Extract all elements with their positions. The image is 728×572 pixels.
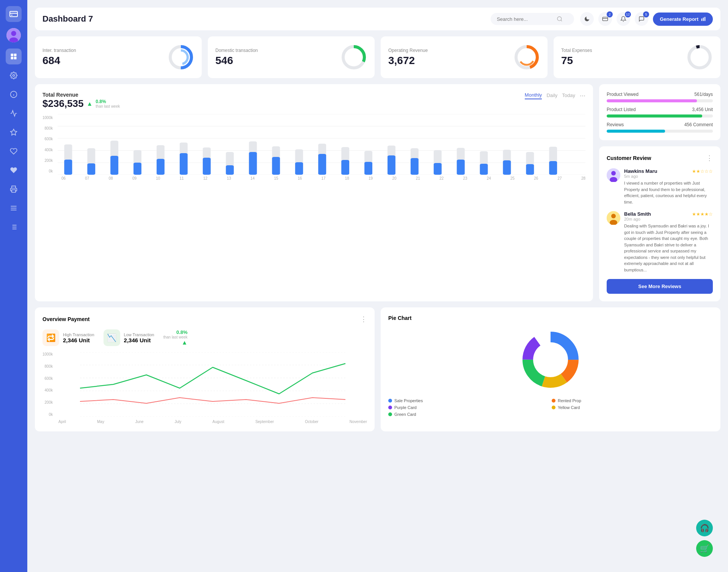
sidebar-item-star[interactable] xyxy=(6,124,22,140)
line-chart-area: AprilMayJuneJulyAugustSeptemberOctoberNo… xyxy=(58,352,367,424)
stat-card-inter-transaction: Inter. transaction 684 xyxy=(35,36,202,78)
reviews-more-options[interactable]: ⋮ xyxy=(706,154,713,162)
bar-chart-container: 1000k800k600k400k200k0k xyxy=(42,114,585,180)
sidebar-item-menu[interactable] xyxy=(6,200,22,216)
bar-chart-icon xyxy=(701,16,706,22)
overview-more-options[interactable]: ⋮ xyxy=(360,315,367,323)
see-more-reviews-button[interactable]: See More Reviews xyxy=(607,279,713,294)
svg-rect-58 xyxy=(180,153,188,175)
donut-expenses xyxy=(686,44,713,71)
low-transaction-icon: 📉 xyxy=(104,329,120,346)
low-transaction-label: Low Transaction xyxy=(124,332,154,337)
review-text-0: I viewed a number of properties with Jus… xyxy=(624,180,713,205)
metric-reviews: Reviews 456 Comment xyxy=(607,122,713,133)
review-text-1: Dealing with Syamsudin and Bakri was a j… xyxy=(624,223,713,273)
tab-daily[interactable]: Daily xyxy=(546,92,557,99)
sidebar-item-heart[interactable] xyxy=(6,143,22,159)
svg-rect-88 xyxy=(526,164,534,175)
sidebar-item-heart2[interactable] xyxy=(6,162,22,178)
svg-point-92 xyxy=(611,171,616,176)
svg-rect-9 xyxy=(14,57,17,60)
review-name-1: Bella Smith xyxy=(624,211,651,217)
stat-label-revenue: Operating Revenue xyxy=(388,48,428,53)
svg-marker-14 xyxy=(11,129,17,135)
low-transaction-pct: 0.8% than last week ▲ xyxy=(163,329,188,346)
moon-icon xyxy=(584,16,590,22)
low-transaction: 📉 Low Transaction 2,346 Unit xyxy=(104,329,154,346)
sidebar-item-print[interactable] xyxy=(6,181,22,197)
metric-label-product-viewed: Product Viewed xyxy=(607,92,639,97)
cart-button[interactable]: 🛒 xyxy=(696,540,713,557)
bar-chart-y-axis: 1000k800k600k400k200k0k xyxy=(42,114,53,175)
svg-point-4 xyxy=(11,31,16,36)
svg-rect-82 xyxy=(457,160,465,175)
review-item-0: Hawkins Maru ★★☆☆☆ 5m ago I viewed a num… xyxy=(607,168,713,205)
sidebar-item-dashboard[interactable] xyxy=(6,49,22,64)
up-arrow-icon: ▲ xyxy=(182,339,188,346)
metric-product-viewed: Product Viewed 561/days xyxy=(607,92,713,102)
svg-rect-78 xyxy=(411,158,419,175)
donut-inter xyxy=(168,44,194,71)
notifications-badge: 12 xyxy=(625,11,631,17)
revenue-change-label: than last week xyxy=(96,104,120,108)
sidebar xyxy=(0,0,27,572)
revenue-section: Total Revenue $236,535 ▲ 0.8% than last … xyxy=(35,84,720,301)
pie-chart-svg-container xyxy=(388,326,713,394)
svg-rect-72 xyxy=(341,160,349,175)
stat-label-domestic: Domestic transaction xyxy=(215,48,258,53)
revenue-more-options[interactable]: ··· xyxy=(580,92,585,100)
sidebar-item-settings[interactable] xyxy=(6,67,22,83)
low-pct-value: 0.8% xyxy=(176,329,188,335)
svg-rect-7 xyxy=(14,54,17,56)
user-avatar[interactable] xyxy=(6,28,21,42)
generate-report-button[interactable]: Generate Report xyxy=(653,13,713,26)
sidebar-logo[interactable] xyxy=(6,6,22,22)
wallet-icon xyxy=(602,16,608,22)
high-transaction-icon: 🔁 xyxy=(42,329,59,346)
revenue-card: Total Revenue $236,535 ▲ 0.8% than last … xyxy=(35,84,593,301)
line-chart-x-labels: AprilMayJuneJulyAugustSeptemberOctoberNo… xyxy=(58,420,367,424)
metric-fill-product-viewed xyxy=(607,99,697,102)
donut-domestic xyxy=(340,44,367,71)
theme-toggle-button[interactable] xyxy=(580,12,594,26)
tab-today[interactable]: Today xyxy=(562,92,575,99)
high-transaction: 🔁 High Transaction 2,346 Unit xyxy=(42,329,94,346)
legend-sale-properties: Sale Properties xyxy=(388,398,549,403)
sidebar-item-info[interactable] xyxy=(6,86,22,102)
svg-line-26 xyxy=(561,20,562,21)
bar-chart-svg xyxy=(58,114,585,175)
tab-monthly[interactable]: Monthly xyxy=(525,92,542,99)
search-input[interactable] xyxy=(497,16,554,22)
svg-rect-6 xyxy=(11,54,14,56)
review-stars-1: ★★★★☆ xyxy=(692,212,713,217)
svg-rect-74 xyxy=(364,162,372,175)
svg-rect-76 xyxy=(388,155,395,175)
wallet-button[interactable]: 2 xyxy=(598,12,612,26)
sidebar-item-list[interactable] xyxy=(6,219,22,235)
high-transaction-label: High Transaction xyxy=(63,332,94,337)
review-avatar-0 xyxy=(607,168,620,182)
legend-label-sale: Sale Properties xyxy=(394,398,423,403)
messages-button[interactable]: 5 xyxy=(635,12,648,26)
legend-dot-yellow xyxy=(552,406,555,409)
headset-button[interactable]: 🎧 xyxy=(696,520,713,536)
svg-rect-29 xyxy=(703,18,704,21)
svg-rect-70 xyxy=(318,154,326,175)
svg-rect-86 xyxy=(503,160,511,175)
line-chart-y-axis: 1000k800k600k400k200k0k xyxy=(42,352,53,417)
transaction-stats: 🔁 High Transaction 2,346 Unit 📉 Low Tran… xyxy=(42,329,367,346)
metric-value-reviews: 456 Comment xyxy=(684,122,713,127)
right-panel: Product Viewed 561/days Product Listed 3… xyxy=(599,84,720,301)
stats-row: Inter. transaction 684 Domestic transact… xyxy=(35,36,720,78)
legend-dot-rented xyxy=(552,399,555,403)
sidebar-item-analytics[interactable] xyxy=(6,105,22,121)
stat-card-domestic: Domestic transaction 546 xyxy=(208,36,375,78)
stat-card-expenses: Total Expenses 75 xyxy=(554,36,720,78)
stat-label-inter: Inter. transaction xyxy=(42,48,76,53)
svg-rect-90 xyxy=(549,161,557,175)
svg-point-10 xyxy=(13,75,15,77)
stat-label-expenses: Total Expenses xyxy=(561,48,592,53)
notifications-button[interactable]: 12 xyxy=(617,12,630,26)
legend-green-card: Green Card xyxy=(388,412,549,417)
svg-rect-52 xyxy=(110,156,118,175)
